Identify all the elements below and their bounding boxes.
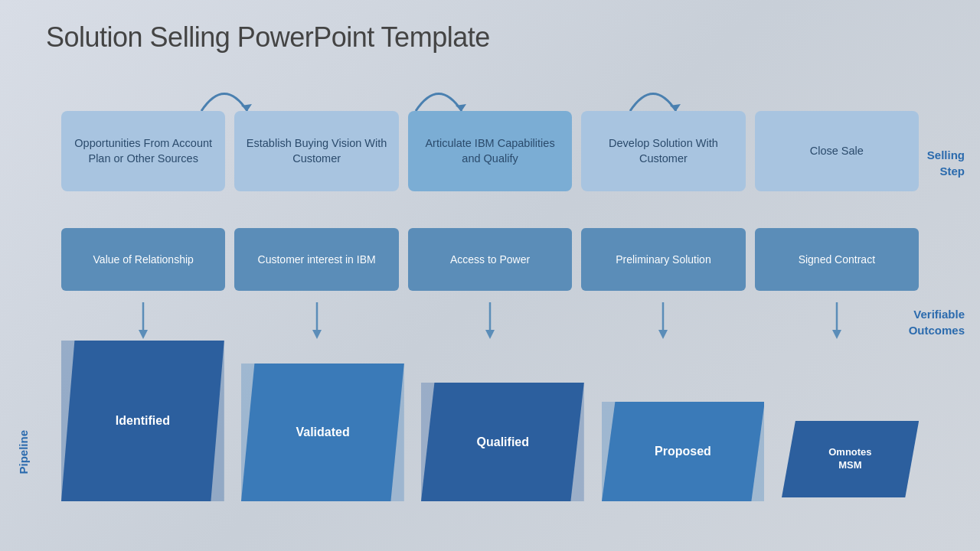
svg-marker-10 <box>658 330 668 339</box>
step-box-3: Articulate IBM Capabilities and Qualify <box>408 111 572 191</box>
down-arrow-1 <box>61 301 225 341</box>
selling-step-label: SellingStep <box>927 147 965 179</box>
step-box-1: Opportunities From Account Plan or Other… <box>61 111 225 191</box>
down-arrow-4 <box>581 301 745 341</box>
pipeline-shape-1: Identified <box>61 341 224 501</box>
down-arrow-3 <box>408 301 572 341</box>
step-box-2: Establish Buying Vision With Customer <box>234 111 398 191</box>
verifiable-outcomes-label: VerifiableOutcomes <box>909 306 965 338</box>
outcome-box-1: Value of Relationship <box>61 228 225 291</box>
curved-arrow-3-4 <box>602 73 704 115</box>
step-box-5: Close Sale <box>755 111 919 191</box>
outcome-box-4: Preliminary Solution <box>581 228 745 291</box>
svg-marker-6 <box>312 330 322 339</box>
outcome-box-5: Signed Contract <box>755 228 919 291</box>
selling-step-row: Opportunities From Account Plan or Other… <box>61 111 919 191</box>
pipeline-shape-3: Qualified <box>421 383 584 501</box>
svg-marker-12 <box>832 330 841 339</box>
outcomes-row: Value of Relationship Customer interest … <box>61 228 919 291</box>
page-title: Solution Selling PowerPoint Template <box>46 21 490 54</box>
pipeline-row: Identified Validated Qualified Proposed … <box>61 341 919 509</box>
down-arrows-row <box>61 301 919 341</box>
pipeline-label-4: Proposed <box>609 445 756 458</box>
outcome-box-2: Customer interest in IBM <box>234 228 398 291</box>
outcome-box-3: Access to Power <box>408 228 572 291</box>
svg-marker-8 <box>485 330 495 339</box>
pipeline-label-5: OmnotesMSM <box>789 446 912 472</box>
curved-arrow-2-3 <box>387 73 490 115</box>
pipeline-label-2: Validated <box>250 425 397 439</box>
curved-arrow-1-2 <box>173 73 276 115</box>
pipeline-shape-2: Validated <box>241 364 404 501</box>
down-arrow-2 <box>234 301 398 341</box>
pipeline-shape-5: OmnotesMSM <box>782 421 919 497</box>
down-arrow-5 <box>755 301 919 341</box>
pipeline-label-3: Qualified <box>430 435 577 449</box>
step-box-4: Develop Solution With Customer <box>581 111 745 191</box>
pipeline-shape-4: Proposed <box>602 402 765 501</box>
svg-marker-4 <box>139 330 148 339</box>
pipeline-label-1: Identified <box>70 414 217 428</box>
arrows-row <box>61 73 919 115</box>
pipeline-label: Pipeline <box>17 430 30 474</box>
